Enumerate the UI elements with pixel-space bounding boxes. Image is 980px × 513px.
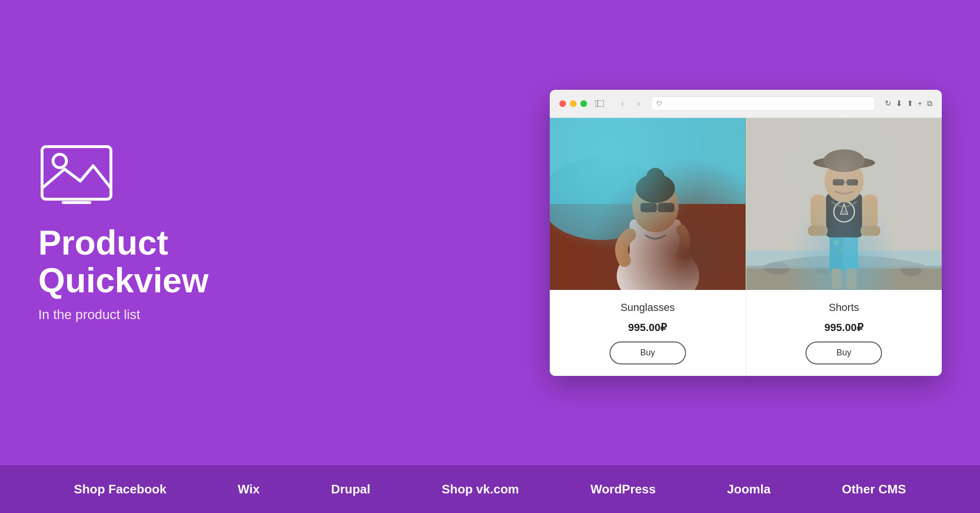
svg-point-12 bbox=[636, 174, 675, 203]
sidebar-toggle-icon[interactable] bbox=[593, 97, 606, 110]
svg-rect-14 bbox=[641, 203, 657, 212]
traffic-lights bbox=[559, 100, 587, 107]
svg-rect-37 bbox=[808, 225, 828, 236]
svg-point-21 bbox=[901, 266, 921, 276]
product-price-shorts: 995.00₽ bbox=[825, 321, 863, 334]
svg-rect-24 bbox=[829, 235, 858, 270]
footer-nav-item-shop-facebook[interactable]: Shop Facebook bbox=[74, 482, 167, 497]
footer-nav-item-wix[interactable]: Wix bbox=[238, 482, 260, 497]
svg-marker-34 bbox=[840, 204, 848, 214]
buy-button-shorts[interactable]: Buy bbox=[806, 342, 882, 364]
svg-rect-25 bbox=[829, 235, 843, 270]
svg-rect-36 bbox=[862, 194, 877, 228]
svg-rect-42 bbox=[833, 179, 844, 185]
svg-rect-35 bbox=[810, 194, 826, 228]
subtitle: In the product list bbox=[38, 307, 268, 322]
svg-point-8 bbox=[550, 158, 663, 240]
svg-point-40 bbox=[813, 156, 875, 169]
footer-nav: Shop Facebook Wix Drupal Shop vk.com Wor… bbox=[0, 465, 980, 513]
maximize-button-traffic-light[interactable] bbox=[580, 100, 587, 107]
product-name-sunglasses: Sunglasses bbox=[621, 301, 675, 314]
browser-actions: ↻ ⬇ ⬆ + ⧉ bbox=[885, 99, 932, 108]
product-image-shorts bbox=[746, 118, 942, 290]
product-info-shorts: Shorts 995.00₽ Buy bbox=[746, 290, 942, 376]
browser-content: Sunglasses 995.00₽ Buy bbox=[550, 118, 942, 376]
product-price-sunglasses: 995.00₽ bbox=[628, 321, 667, 334]
svg-rect-15 bbox=[658, 203, 674, 212]
svg-point-45 bbox=[842, 210, 846, 214]
left-panel: ProductQuickview In the product list bbox=[38, 143, 268, 322]
svg-rect-17 bbox=[746, 118, 942, 290]
svg-rect-4 bbox=[595, 100, 604, 107]
product-info-sunglasses: Sunglasses 995.00₽ Buy bbox=[550, 290, 746, 376]
svg-point-11 bbox=[632, 181, 678, 232]
svg-point-1 bbox=[53, 154, 66, 168]
duplicate-tab-icon[interactable]: ⧉ bbox=[927, 99, 932, 108]
svg-point-20 bbox=[764, 262, 790, 274]
svg-rect-6 bbox=[550, 118, 746, 290]
svg-rect-19 bbox=[746, 266, 942, 290]
svg-rect-7 bbox=[550, 204, 746, 290]
svg-rect-29 bbox=[846, 268, 857, 289]
shield-icon: 🛡 bbox=[656, 100, 662, 107]
svg-rect-32 bbox=[849, 191, 858, 202]
svg-rect-38 bbox=[860, 225, 880, 236]
svg-point-33 bbox=[834, 201, 854, 222]
nav-back-button[interactable]: ‹ bbox=[616, 97, 629, 110]
svg-rect-28 bbox=[831, 268, 842, 289]
reload-icon[interactable]: ↻ bbox=[885, 99, 891, 108]
product-card-shorts: Shorts 995.00₽ Buy bbox=[746, 118, 942, 376]
svg-point-27 bbox=[839, 248, 844, 252]
product-card-sunglasses: Sunglasses 995.00₽ Buy bbox=[550, 118, 746, 376]
browser-toolbar: ‹ › 🛡 ↻ ⬇ ⬆ + ⧉ bbox=[550, 90, 942, 118]
share-icon[interactable]: ⬆ bbox=[907, 99, 913, 108]
main-title: ProductQuickview bbox=[38, 224, 268, 299]
svg-rect-30 bbox=[826, 193, 862, 237]
browser-nav: ‹ › bbox=[616, 97, 645, 110]
buy-button-sunglasses[interactable]: Buy bbox=[610, 342, 686, 364]
add-tab-icon[interactable]: + bbox=[918, 99, 922, 108]
minimize-button-traffic-light[interactable] bbox=[570, 100, 577, 107]
main-content: ProductQuickview In the product list ‹ › bbox=[0, 0, 980, 465]
footer-nav-item-shop-vkcom[interactable]: Shop vk.com bbox=[442, 482, 519, 497]
footer-nav-item-other-cms[interactable]: Other CMS bbox=[842, 482, 906, 497]
svg-point-41 bbox=[823, 149, 864, 171]
footer-nav-item-drupal[interactable]: Drupal bbox=[331, 482, 370, 497]
close-button-traffic-light[interactable] bbox=[559, 100, 566, 107]
svg-rect-43 bbox=[847, 179, 858, 185]
svg-rect-10 bbox=[630, 219, 681, 286]
svg-rect-23 bbox=[746, 250, 942, 268]
title-block: ProductQuickview In the product list bbox=[38, 224, 268, 322]
svg-point-18 bbox=[746, 255, 942, 289]
svg-point-26 bbox=[834, 240, 839, 245]
product-image-sunglasses bbox=[550, 118, 746, 290]
svg-point-13 bbox=[646, 168, 665, 186]
product-quickview-icon bbox=[38, 143, 115, 210]
svg-point-9 bbox=[617, 245, 699, 290]
download-icon[interactable]: ⬇ bbox=[896, 99, 902, 108]
svg-point-39 bbox=[824, 159, 863, 203]
browser-window: ‹ › 🛡 ↻ ⬇ ⬆ + ⧉ bbox=[550, 90, 942, 376]
footer-nav-item-wordpress[interactable]: WordPress bbox=[590, 482, 656, 497]
footer-nav-item-joomla[interactable]: Joomla bbox=[727, 482, 771, 497]
svg-point-22 bbox=[816, 267, 831, 275]
nav-forward-button[interactable]: › bbox=[632, 97, 645, 110]
svg-rect-31 bbox=[828, 191, 838, 202]
address-bar[interactable]: 🛡 bbox=[651, 96, 875, 111]
product-name-shorts: Shorts bbox=[828, 301, 859, 314]
